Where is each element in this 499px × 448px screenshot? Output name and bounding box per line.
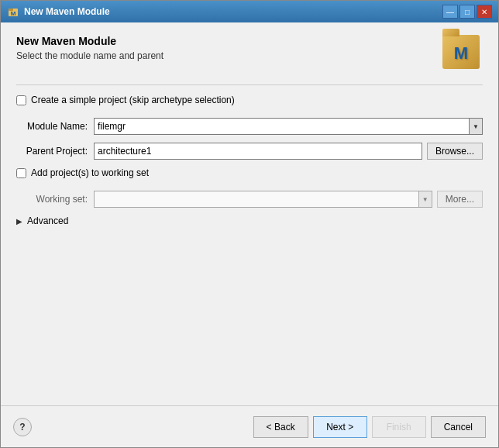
- header-section: New Maven Module Select the module name …: [16, 35, 483, 85]
- more-button[interactable]: More...: [437, 191, 483, 208]
- title-bar-controls: — □ ✕: [442, 5, 492, 19]
- dialog-title: New Maven Module: [16, 35, 163, 47]
- maven-icon-box: M: [442, 35, 480, 69]
- advanced-label: Advanced: [27, 215, 68, 226]
- form-section: Create a simple project (skip archetype …: [16, 95, 483, 393]
- working-set-dropdown-button[interactable]: ▼: [418, 191, 432, 208]
- advanced-expand-icon: ▶: [16, 217, 22, 226]
- parent-project-input[interactable]: [94, 143, 422, 160]
- parent-project-label: Parent Project:: [16, 146, 94, 157]
- window: M New Maven Module — □ ✕ New Maven Modul…: [0, 0, 499, 448]
- module-name-row: Module Name: ▼: [16, 118, 483, 135]
- working-set-arrow-icon: ▼: [422, 196, 428, 203]
- working-set-checkbox[interactable]: [16, 168, 26, 178]
- parent-project-row: Parent Project: Browse...: [16, 143, 483, 160]
- help-button[interactable]: ?: [13, 418, 32, 436]
- browse-button[interactable]: Browse...: [427, 143, 483, 160]
- header-text: New Maven Module Select the module name …: [16, 35, 163, 61]
- svg-text:M: M: [11, 10, 16, 17]
- module-name-dropdown-button[interactable]: ▼: [469, 118, 483, 135]
- module-name-input[interactable]: [94, 118, 469, 135]
- maven-m-letter: M: [454, 43, 468, 64]
- title-bar: M New Maven Module — □ ✕: [1, 1, 498, 22]
- simple-project-row: Create a simple project (skip archetype …: [16, 95, 483, 105]
- simple-project-checkbox[interactable]: [16, 95, 26, 105]
- advanced-row[interactable]: ▶ Advanced: [16, 215, 483, 226]
- close-button[interactable]: ✕: [477, 5, 492, 19]
- working-set-input[interactable]: [94, 191, 418, 208]
- working-set-checkbox-row: Add project(s) to working set: [16, 167, 483, 178]
- footer: ? < Back Next > Finish Cancel: [1, 405, 498, 447]
- maven-icon: M: [442, 35, 483, 75]
- dropdown-arrow-icon: ▼: [473, 123, 479, 130]
- finish-button[interactable]: Finish: [372, 416, 426, 438]
- minimize-button[interactable]: —: [442, 5, 458, 19]
- maximize-button[interactable]: □: [459, 5, 475, 19]
- module-name-input-container: ▼: [94, 118, 483, 135]
- module-name-label: Module Name:: [16, 121, 94, 132]
- simple-project-label[interactable]: Create a simple project (skip archetype …: [31, 95, 235, 105]
- back-button[interactable]: < Back: [253, 416, 308, 438]
- working-set-checkbox-label[interactable]: Add project(s) to working set: [31, 167, 149, 178]
- window-title: New Maven Module: [24, 6, 110, 17]
- dialog-subtitle: Select the module name and parent: [16, 50, 163, 61]
- working-set-dropdown-container: ▼: [94, 191, 432, 208]
- working-set-label: Working set:: [16, 194, 94, 205]
- title-bar-left: M New Maven Module: [7, 5, 110, 18]
- window-icon: M: [7, 5, 19, 18]
- working-set-input-container: ▼: [94, 191, 432, 208]
- content: New Maven Module Select the module name …: [1, 22, 498, 405]
- working-set-row: Working set: ▼ More...: [16, 191, 483, 208]
- next-button[interactable]: Next >: [313, 416, 367, 438]
- footer-buttons: < Back Next > Finish Cancel: [253, 416, 486, 438]
- cancel-button[interactable]: Cancel: [431, 416, 486, 438]
